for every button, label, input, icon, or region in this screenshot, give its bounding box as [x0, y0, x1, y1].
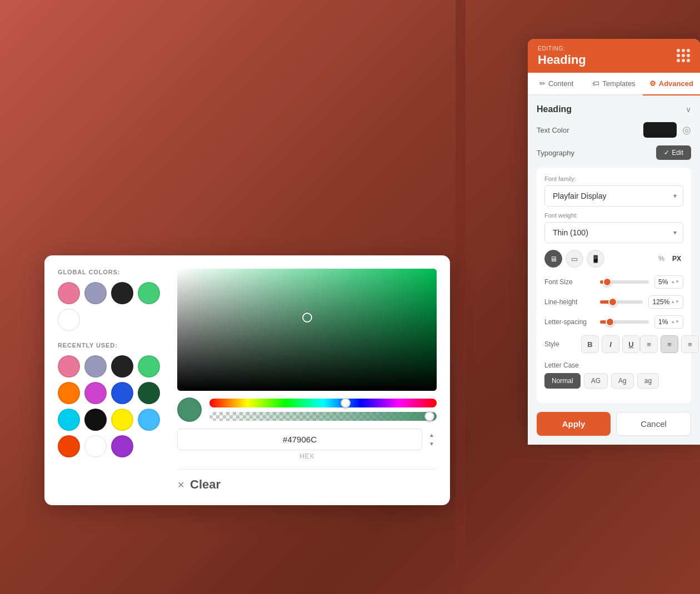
heading-section-header: Heading ∨: [537, 104, 691, 114]
recent-swatch-1[interactable]: [84, 355, 107, 377]
global-swatch-pink[interactable]: [58, 282, 80, 304]
text-color-label: Text Color: [537, 126, 569, 134]
unit-toggle: % PX: [656, 254, 683, 264]
font-size-slider[interactable]: [600, 280, 649, 284]
recent-swatches-grid: [58, 355, 166, 457]
font-family-label: Font family:: [544, 175, 683, 182]
device-desktop-btn[interactable]: 🖥: [544, 250, 562, 268]
palette-icon[interactable]: ◎: [682, 124, 691, 136]
bold-button[interactable]: B: [581, 335, 599, 353]
line-height-number: 125%: [652, 298, 669, 306]
action-row: Apply Cancel: [537, 412, 691, 436]
device-unit-row: 🖥 ▭ 📱 % PX: [544, 250, 683, 268]
underline-button[interactable]: U: [622, 335, 640, 353]
recent-swatch-3[interactable]: [138, 355, 160, 377]
text-color-swatch[interactable]: [643, 122, 677, 138]
letter-spacing-slider[interactable]: [600, 320, 649, 324]
hex-up-btn[interactable]: ▲: [427, 431, 437, 439]
recent-swatch-13[interactable]: [84, 435, 107, 457]
hex-arrows: ▲ ▼: [427, 431, 437, 448]
letter-spacing-spinner[interactable]: ▲▼: [671, 319, 679, 325]
align-right-button[interactable]: ≡: [681, 335, 699, 353]
recent-swatch-5[interactable]: [84, 382, 107, 404]
recent-swatch-10[interactable]: [111, 409, 133, 431]
font-family-select[interactable]: Playfair Display Arial Georgia: [544, 185, 683, 207]
line-height-label: Line-height: [544, 298, 594, 306]
tab-templates[interactable]: 🏷 Templates: [585, 73, 642, 95]
line-height-spinner[interactable]: ▲▼: [671, 299, 679, 305]
device-tablet-btn[interactable]: ▭: [566, 250, 583, 268]
clear-x-icon: ✕: [177, 480, 184, 490]
editing-label: EDITING:: [538, 46, 690, 52]
letter-spacing-thumb[interactable]: [606, 318, 614, 326]
unit-percent-btn[interactable]: %: [656, 254, 667, 264]
recent-swatch-2[interactable]: [111, 355, 133, 377]
style-alignment-row: Style B I U ≡ ≡ ≡: [544, 335, 683, 353]
cancel-button[interactable]: Cancel: [616, 412, 691, 436]
dot-3: [687, 49, 690, 52]
apply-button[interactable]: Apply: [537, 412, 611, 436]
case-uppercase-btn[interactable]: AG: [584, 373, 608, 389]
case-normal-btn[interactable]: Normal: [544, 373, 581, 389]
hex-input[interactable]: [177, 429, 422, 450]
recent-swatch-9[interactable]: [84, 409, 107, 431]
panel-dots[interactable]: [677, 49, 690, 62]
hex-input-section: ▲ ▼ HEX: [177, 429, 437, 460]
font-size-row: Font Size 5% ▲▼: [544, 275, 683, 289]
recent-swatch-8[interactable]: [58, 409, 80, 431]
sliders-col: [209, 399, 437, 421]
alpha-slider[interactable]: [209, 412, 437, 421]
tab-advanced[interactable]: ⚙ Advanced: [643, 73, 700, 95]
line-height-slider[interactable]: [600, 300, 643, 304]
recent-swatch-7[interactable]: [138, 382, 160, 404]
device-mobile-btn[interactable]: 📱: [587, 250, 604, 268]
bg-stripe: [456, 0, 466, 594]
recent-swatch-11[interactable]: [138, 409, 160, 431]
swatches-column: GLOBAL COLORS: RECENTLY USED:: [58, 269, 166, 492]
case-lowercase-btn[interactable]: ag: [637, 373, 659, 389]
edit-typography-button[interactable]: ✓ Edit: [656, 145, 691, 160]
hex-label: HEX: [177, 452, 437, 460]
unit-px-btn[interactable]: PX: [670, 254, 683, 264]
font-weight-select[interactable]: Thin (100) Light (300) Regular (400) Bol…: [544, 222, 683, 243]
color-preview: [177, 397, 202, 422]
text-color-row: Text Color ◎: [537, 122, 691, 138]
line-height-value: 125% ▲▼: [648, 295, 683, 309]
recent-swatch-12[interactable]: [58, 435, 80, 457]
hue-alpha-row: [177, 397, 437, 422]
dot-5: [682, 54, 685, 57]
hue-thumb: [341, 398, 351, 408]
font-size-spinner[interactable]: ▲▼: [671, 279, 679, 285]
recent-swatch-6[interactable]: [111, 382, 133, 404]
global-swatch-white[interactable]: [58, 309, 80, 331]
heading-chevron-icon[interactable]: ∨: [686, 105, 691, 114]
global-swatch-dark[interactable]: [111, 282, 133, 304]
font-size-thumb[interactable]: [603, 278, 612, 286]
panel-tabs: ✏ Content 🏷 Templates ⚙ Advanced: [528, 73, 700, 95]
global-swatch-green[interactable]: [138, 282, 160, 304]
font-size-number: 5%: [658, 278, 668, 286]
align-left-button[interactable]: ≡: [640, 335, 658, 353]
dot-9: [687, 59, 690, 62]
global-swatch-lavender[interactable]: [84, 282, 107, 304]
tab-content[interactable]: ✏ Content: [528, 73, 585, 95]
style-buttons: B I U: [581, 335, 640, 353]
panel-title: Heading: [538, 53, 690, 67]
letter-spacing-label: Letter-spacing: [544, 318, 594, 326]
align-center-button[interactable]: ≡: [661, 335, 678, 353]
gradient-canvas[interactable]: [177, 269, 437, 391]
device-buttons: 🖥 ▭ 📱: [544, 250, 604, 268]
typography-sub-section: Font family: Playfair Display Arial Geor…: [537, 168, 691, 403]
dot-4: [677, 54, 680, 57]
alpha-thumb: [424, 411, 434, 421]
hex-down-btn[interactable]: ▼: [427, 440, 437, 448]
line-height-thumb[interactable]: [608, 298, 617, 306]
panel-body: Heading ∨ Text Color ◎ Typography ✓ Edit…: [528, 95, 700, 445]
hue-slider[interactable]: [209, 399, 437, 407]
case-capitalize-btn[interactable]: Ag: [611, 373, 634, 389]
recent-swatch-4[interactable]: [58, 382, 80, 404]
recent-swatch-14[interactable]: [111, 435, 133, 457]
italic-button[interactable]: I: [602, 335, 619, 353]
clear-button[interactable]: Clear: [190, 477, 221, 492]
recent-swatch-0[interactable]: [58, 355, 80, 377]
